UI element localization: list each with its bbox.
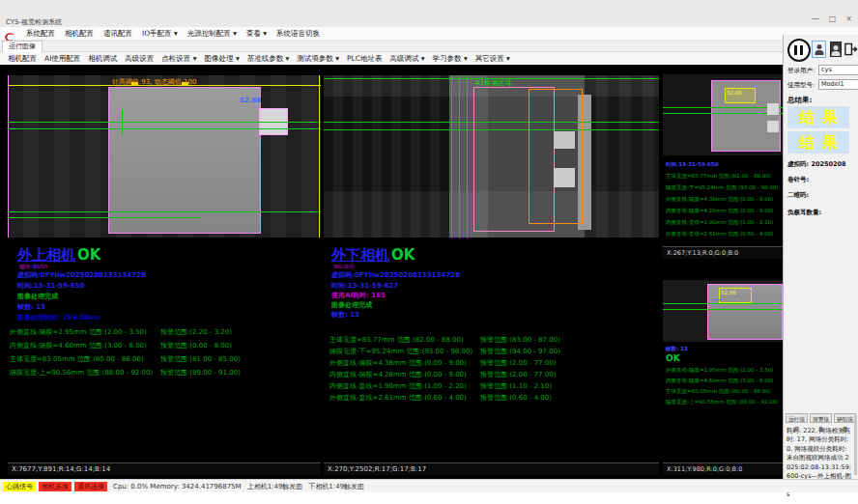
tool-learning-params[interactable]: 学习参数 ▾	[433, 54, 468, 64]
measurement-value: 外侧直线-直线=2.61mm 范围:(0.60 - 4.00)	[329, 393, 467, 403]
baseline-h2	[663, 113, 783, 114]
baseline-v3	[467, 75, 468, 238]
measurement-warn: 预警范围:(94.00 - 97.00)	[480, 347, 560, 356]
reflective-part	[767, 121, 779, 132]
camera-connection-badge: 相机连接	[39, 482, 72, 491]
baseline-h1	[663, 303, 783, 304]
camera-image-lower-outer[interactable]: A1检测区域	[324, 75, 659, 238]
mini-measure-line: 外侧直线-直线=2.61mm 范围:(0.60 - 4.00)	[666, 231, 773, 238]
menu-item-comm-config[interactable]: 通讯配置	[103, 29, 132, 39]
reflective-part	[554, 131, 575, 149]
camera-view-upper-outer[interactable]: 针高阈值:93, 动态阈值:100 52.88 外上相机OK 输出:BUSY 虚…	[8, 65, 321, 475]
mini-image-top[interactable]: 52.88	[663, 74, 783, 155]
mini-measure-line: 内侧直线-隔膜=4.28mm 范围:(0.00 - 9.00)	[666, 208, 773, 214]
operator-login-button[interactable]	[812, 41, 826, 58]
mini-measure-line: 隔膜宽度-上=90.56mm 范围:(88.00 - 92.00)	[666, 399, 778, 406]
result-box-lower: 结果	[787, 131, 849, 154]
baseline-h3	[8, 211, 321, 212]
frame-count-line: 帧数: 13	[331, 310, 359, 320]
heartbeat-status-badge: 心跳信号	[3, 482, 36, 491]
admin-login-button[interactable]	[830, 42, 842, 57]
roi-orange-rect	[529, 89, 583, 224]
user-icon	[813, 42, 825, 57]
window-controls: — □ ×	[812, 14, 852, 23]
measurement-warn: 预警范围:(0.00 - 8.00)	[160, 341, 232, 350]
elapsed-line: 图像处理耗时: 266.00ms	[17, 313, 100, 322]
mini-measure-line: 隔膜宽度-下=95.24mm 范围:(93.00 - 98.00)	[666, 184, 778, 191]
tool-plc-address[interactable]: PLC地址表	[347, 54, 382, 64]
measurement-warn: 预警范围:(83.00 - 87.00)	[480, 335, 560, 345]
measurement-warn: 预警范围:(2.00 - 77.00)	[480, 370, 556, 379]
measurement-value: 隔膜宽度-下=95.24mm 范围:(93.00 - 98.00)	[329, 347, 472, 356]
time-line: 时间:13-31-59-650	[666, 161, 719, 168]
mini-measure-line: 内侧直线-隔膜=4.60mm 范围:(3.00 - 6.00)	[666, 378, 773, 384]
measurement-warn: 预警范围:(89.00 - 91.00)	[160, 368, 241, 378]
menu-item-system-config[interactable]: 系统配置	[26, 29, 55, 39]
pixel-readout: X:270;Y:2502;R:17;G:17;B:17	[324, 462, 659, 475]
minimize-icon[interactable]: —	[812, 14, 819, 23]
tool-advanced-debug[interactable]: 高级调试 ▾	[389, 54, 424, 64]
measurement-value: 内侧直线-隔膜=4.28mm 范围:(0.00 - 9.00)	[329, 370, 467, 379]
pin-number-label: 卷针号:	[787, 176, 809, 184]
menu-item-language-switch[interactable]: 系统语言切换	[276, 29, 320, 39]
frame-count-line: 帧数: 13	[666, 346, 688, 352]
baseline-h1	[663, 107, 783, 108]
measurement-value: 外侧直线-隔膜=2.95mm 范围:(2.00 - 3.50)	[10, 327, 147, 337]
toolbar: 相机配置 AI使用配置 相机调试 高级设置 点检设置 ▾ 图像处理 ▾ 基准线参…	[0, 52, 783, 66]
measurement-value: 隔膜宽度-上=90.56mm 范围:(88.00 - 92.00)	[10, 368, 153, 378]
tab-defect-info[interactable]: 缺陷信息	[834, 413, 856, 423]
logout-icon	[844, 41, 858, 58]
qr-code-label: 二维码:	[787, 191, 809, 200]
measurement-value: 内侧直线-隔膜=4.60mm 范围:(3.00 - 6.00)	[10, 341, 147, 350]
measurement-warn: 预警范围:(2.20 - 3.20)	[160, 327, 232, 337]
tool-camera-debug[interactable]: 相机调试	[88, 54, 117, 64]
baseline-v2	[459, 75, 460, 238]
maximize-icon[interactable]: □	[829, 14, 837, 23]
measurement-warn: 预警范围:(81.00 - 85.00)	[160, 354, 241, 364]
tab-alarm-info[interactable]: 报警信息	[810, 413, 832, 423]
measurement-value: 主体宽度=83.05mm 范围:(80.00 - 86.00)	[10, 354, 144, 364]
login-user-value[interactable]: cys	[818, 65, 858, 75]
dimension-label: 52.88	[721, 290, 736, 295]
tool-baseline-params[interactable]: 基准线参数 ▾	[247, 54, 290, 64]
mini-image-bottom[interactable]: 52.88	[663, 280, 783, 342]
panel-scrollbar[interactable]	[854, 415, 857, 475]
status-ok: OK	[391, 246, 415, 264]
tool-camera-config[interactable]: 相机配置	[8, 54, 37, 64]
tool-image-processing[interactable]: 图像处理 ▾	[205, 54, 240, 64]
mini-view-top[interactable]: 52.88 时间:13-31-59-650 主体宽度=83.77mm 范围:(8…	[663, 65, 783, 259]
menu-item-light-config[interactable]: 光源控制配置 ▾	[187, 29, 237, 39]
comm-connection-badge: 通讯连接	[74, 482, 107, 491]
tool-test-params[interactable]: 测试项参数 ▾	[297, 54, 339, 64]
tool-other-settings[interactable]: 其它设置 ▾	[475, 54, 510, 64]
tool-spot-check[interactable]: 点检设置 ▾	[161, 54, 196, 64]
mini-measure-line: 外侧直线-隔膜=4.38mm 范围:(0.00 - 9.00)	[666, 196, 773, 203]
pause-button[interactable]	[787, 39, 811, 62]
tab-run-info[interactable]: 运行信息	[786, 413, 808, 423]
mini-view-bottom[interactable]: 52.88 帧数: 13 OK 外侧直线-隔膜=2.95mm 范围:(2.00 …	[663, 261, 783, 475]
tool-ai-config[interactable]: AI使用配置	[44, 54, 80, 64]
barcode-label: 虚拟码: 20250208	[787, 160, 846, 169]
frame-count-line: 帧数: 13	[17, 302, 45, 312]
status-ok: OK	[77, 246, 100, 264]
close-icon[interactable]: ×	[845, 14, 852, 23]
measurement-warn: 预警范围:(1.10 - 2.10)	[480, 381, 552, 391]
baseline-v1	[122, 110, 123, 135]
camera-image-upper-outer[interactable]: 针高阈值:93, 动态阈值:100 52.88	[8, 75, 321, 238]
menu-item-camera-config[interactable]: 相机配置	[65, 29, 94, 39]
model-value[interactable]: Model1	[818, 79, 858, 90]
measurement-warn: 预警范围:(0.60 - 4.00)	[480, 393, 552, 403]
measurement-row: 内侧直线-隔膜=4.60mm 范围:(3.00 - 6.00)预警范围:(0.0…	[8, 341, 321, 350]
baseline-h2	[663, 309, 783, 310]
baseline-v1	[451, 75, 452, 238]
menu-item-view[interactable]: 查看 ▾	[246, 29, 267, 39]
status-bar: 心跳信号 相机连接 通讯连接 Cpu: 0.0% Memory: 3424.41…	[0, 479, 858, 492]
camera-view-lower-outer[interactable]: A1检测区域 外下相机OK NG:0/0 虚拟码:0FYIiw202502081…	[324, 65, 659, 475]
model-label: 使用型号:	[787, 81, 815, 90]
upper-camera-trigger-status: 上相机1:49触发图	[247, 482, 303, 491]
logout-button[interactable]	[844, 41, 858, 58]
tab-run-image[interactable]: 运行图像	[2, 41, 43, 52]
tool-advanced-settings[interactable]: 高级设置	[125, 54, 154, 64]
ai-time-line: 使用AI耗时: 165	[331, 291, 386, 300]
menu-item-io-config[interactable]: IO手配置 ▾	[142, 29, 178, 39]
